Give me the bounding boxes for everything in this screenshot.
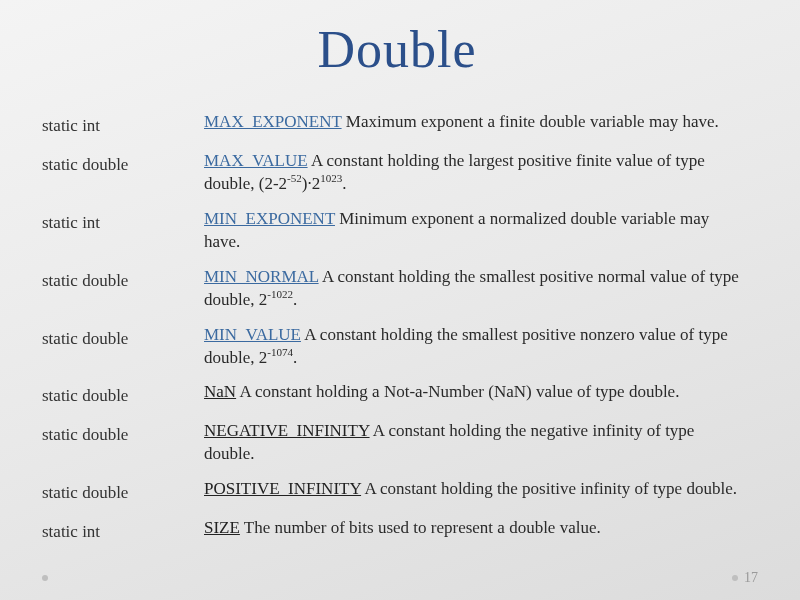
table-row: static int MAX_EXPONENT Maximum exponent… <box>42 105 752 144</box>
table-row: static double NaN A constant holding a N… <box>42 375 752 414</box>
field-link[interactable]: MIN_VALUE <box>204 325 301 344</box>
table-row: static double NEGATIVE_INFINITY A consta… <box>42 414 752 472</box>
bullet-icon <box>42 575 48 581</box>
type-cell: static int <box>42 202 204 260</box>
desc-tail: . <box>342 174 346 193</box>
table-row: static int MIN_EXPONENT Minimum exponent… <box>42 202 752 260</box>
page-number-group: 17 <box>732 570 758 586</box>
type-cell: static double <box>42 318 204 376</box>
field-description: Maximum exponent a finite double variabl… <box>342 112 719 131</box>
table-row: static double MAX_VALUE A constant holdi… <box>42 144 752 202</box>
slide-footer: 17 <box>0 570 800 586</box>
type-cell: static double <box>42 472 204 511</box>
superscript: -52 <box>287 172 302 184</box>
bullet-icon <box>732 575 738 581</box>
table-row: static double MIN_VALUE A constant holdi… <box>42 318 752 376</box>
field-description: The number of bits used to represent a d… <box>240 518 601 537</box>
type-cell: static double <box>42 260 204 318</box>
type-cell: static double <box>42 144 204 202</box>
slide: Double static int MAX_EXPONENT Maximum e… <box>0 0 800 600</box>
field-name: SIZE <box>204 518 240 537</box>
desc-cell: NEGATIVE_INFINITY A constant holding the… <box>204 414 752 472</box>
superscript: -1074 <box>267 346 293 358</box>
table-row: static double POSITIVE_INFINITY A consta… <box>42 472 752 511</box>
field-description: A constant holding the positive infinity… <box>361 479 737 498</box>
desc-cell: NaN A constant holding a Not-a-Number (N… <box>204 375 752 414</box>
field-name: NaN <box>204 382 236 401</box>
desc-cell: MAX_VALUE A constant holding the largest… <box>204 144 752 202</box>
desc-mid: )·2 <box>302 174 320 193</box>
field-link[interactable]: MAX_EXPONENT <box>204 112 342 131</box>
type-cell: static double <box>42 414 204 472</box>
field-description: A constant holding a Not-a-Number (NaN) … <box>236 382 679 401</box>
type-cell: static double <box>42 375 204 414</box>
fields-table: static int MAX_EXPONENT Maximum exponent… <box>42 105 752 550</box>
field-name: POSITIVE_INFINITY <box>204 479 361 498</box>
type-cell: static int <box>42 511 204 550</box>
table-row: static double MIN_NORMAL A constant hold… <box>42 260 752 318</box>
field-name: NEGATIVE_INFINITY <box>204 421 370 440</box>
superscript: -1022 <box>267 288 293 300</box>
desc-tail: . <box>293 290 297 309</box>
page-title: Double <box>42 20 752 79</box>
desc-cell: MIN_EXPONENT Minimum exponent a normaliz… <box>204 202 752 260</box>
desc-cell: MIN_VALUE A constant holding the smalles… <box>204 318 752 376</box>
desc-cell: SIZE The number of bits used to represen… <box>204 511 752 550</box>
superscript: 1023 <box>320 172 342 184</box>
field-link[interactable]: MIN_NORMAL <box>204 267 319 286</box>
table-row: static int SIZE The number of bits used … <box>42 511 752 550</box>
page-number: 17 <box>744 570 758 586</box>
field-link[interactable]: MAX_VALUE <box>204 151 308 170</box>
type-cell: static int <box>42 105 204 144</box>
desc-cell: MAX_EXPONENT Maximum exponent a finite d… <box>204 105 752 144</box>
desc-cell: MIN_NORMAL A constant holding the smalle… <box>204 260 752 318</box>
field-link[interactable]: MIN_EXPONENT <box>204 209 335 228</box>
desc-cell: POSITIVE_INFINITY A constant holding the… <box>204 472 752 511</box>
desc-tail: . <box>293 348 297 367</box>
